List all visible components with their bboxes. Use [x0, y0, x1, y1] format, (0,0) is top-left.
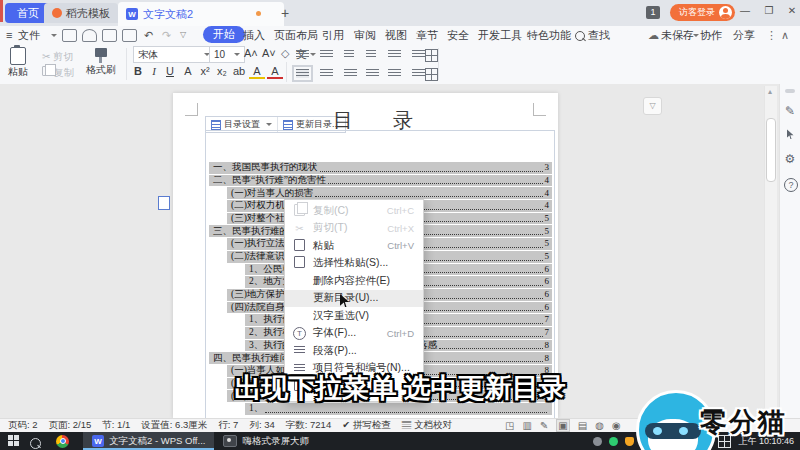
borders-icon[interactable] — [425, 49, 438, 62]
print-layout-icon[interactable]: ▣ — [556, 419, 569, 432]
menu-item-font[interactable]: T 字体(F)... Ctrl+D — [285, 325, 423, 343]
word-count[interactable]: 字数: 7214 — [286, 419, 331, 432]
tray-wechat-icon[interactable] — [609, 437, 618, 446]
menu-item-cut[interactable]: ✂ 剪切(T) Ctrl+X — [285, 220, 423, 238]
increase-indent-icon[interactable] — [366, 50, 376, 59]
search-command[interactable]: 查找 — [575, 26, 610, 44]
guest-login-button[interactable]: 访客登录 — [670, 4, 735, 21]
menu-item-update-toc[interactable]: 更新目录(U)... — [285, 290, 423, 308]
highlight-pinyin-button[interactable]: ab — [231, 65, 247, 77]
ribbon-tab-start[interactable]: 开始 — [203, 26, 245, 43]
paste-button[interactable]: 粘贴 — [8, 47, 28, 79]
ribbon-tab-dev-tools[interactable]: 开发工具 — [478, 26, 522, 44]
strikethrough-button[interactable]: A — [180, 65, 196, 77]
char-spacing-icon[interactable] — [388, 50, 401, 59]
copy-button[interactable]: 复制 — [42, 66, 74, 80]
help-icon[interactable]: ? — [784, 178, 798, 192]
share-button[interactable]: 分享 — [733, 26, 755, 44]
font-size-select[interactable]: 10 — [209, 46, 245, 63]
tray-eye-icon[interactable] — [593, 437, 602, 446]
taskbar-search-icon[interactable] — [30, 434, 44, 448]
tray-shield-icon[interactable] — [625, 437, 634, 446]
subscript-button[interactable]: x₂ — [214, 65, 230, 77]
undo-icon[interactable]: ↶ — [144, 26, 153, 44]
edit-pen-icon[interactable]: ✎ — [783, 104, 797, 118]
distribute-icon[interactable] — [388, 69, 401, 78]
ribbon-tab-page-layout[interactable]: 页面布局 — [274, 26, 318, 44]
menu-item-remove-content-control[interactable]: 删除内容控件(E) — [285, 272, 423, 290]
chrome-icon[interactable] — [56, 435, 69, 448]
save-status[interactable]: 未保存 — [661, 26, 694, 44]
tab-docer[interactable]: 稻壳模板 — [44, 3, 118, 23]
cut-button[interactable]: ✂ 剪切 — [42, 50, 73, 64]
redo-icon[interactable]: ↷ — [162, 26, 171, 44]
settings-sliders-icon[interactable]: ⚙ — [783, 152, 797, 166]
customize-quickbar-icon[interactable]: ▽ — [180, 26, 186, 44]
menu-item-paste[interactable]: 粘贴 Ctrl+V — [285, 237, 423, 255]
ribbon-tab-security[interactable]: 安全 — [447, 26, 469, 44]
maximize-button[interactable]: ❐ — [758, 0, 780, 22]
new-tab-button[interactable]: + — [276, 4, 294, 22]
menu-item-copy[interactable]: 复制(C) Ctrl+C — [285, 202, 423, 220]
ink-pen-icon[interactable]: ✎ — [540, 420, 548, 431]
close-button[interactable]: ✕ — [781, 0, 800, 22]
wifi-icon[interactable] — [684, 438, 694, 445]
line-spacing-icon[interactable] — [412, 69, 425, 78]
print-icon[interactable] — [102, 29, 117, 42]
ribbon-tab-features[interactable]: 特色功能 — [527, 26, 571, 44]
clock[interactable]: 上午 10:10:46 — [738, 435, 794, 448]
menu-item-paste-special[interactable]: 选择性粘贴(S)... — [285, 255, 423, 273]
increase-font-icon[interactable]: A˄ — [244, 47, 258, 59]
bold-button[interactable]: B — [130, 65, 146, 77]
ime-indicator[interactable]: 中 — [701, 434, 711, 448]
save-icon[interactable] — [62, 29, 77, 42]
align-left-icon[interactable] — [296, 69, 309, 78]
tray-red-icon[interactable] — [641, 437, 650, 446]
content-control-tag-icon[interactable] — [158, 196, 170, 210]
spell-check-toggle[interactable]: ✔ 拼写检查 — [342, 419, 391, 432]
shading-icon[interactable] — [425, 68, 438, 81]
tray-blue-icon[interactable] — [657, 437, 666, 446]
numbering-icon[interactable] — [320, 50, 333, 59]
align-center-icon[interactable] — [320, 69, 333, 78]
recorder-taskbar-item[interactable]: 嗨格式录屏大师 — [214, 432, 318, 450]
italic-button[interactable]: I — [146, 65, 162, 77]
tray-mic-icon[interactable] — [673, 437, 677, 446]
toc-entry[interactable]: 一、我国民事执行的现状3 — [209, 162, 552, 174]
rail-handle[interactable] — [785, 89, 795, 93]
wps-taskbar-item[interactable]: W 文字文稿2 - WPS Off... — [83, 432, 214, 450]
keyboard-icon[interactable] — [718, 435, 731, 448]
sort-icon[interactable] — [412, 50, 425, 59]
text-highlight-button[interactable]: A — [249, 65, 265, 79]
ribbon-tab-references[interactable]: 引用 — [322, 26, 344, 44]
superscript-button[interactable]: x² — [197, 65, 213, 77]
bullets-icon[interactable] — [296, 50, 309, 59]
file-menu[interactable]: 文件 — [18, 26, 40, 44]
read-mode-icon[interactable]: ▥ — [522, 420, 531, 431]
underline-button[interactable]: U — [162, 65, 178, 77]
start-button[interactable] — [8, 435, 20, 447]
doc-proof-toggle[interactable]: ▤ 文档校对 — [402, 419, 452, 432]
toc-entry[interactable]: (一)对当事人的损害4 — [227, 187, 552, 199]
menu-item-hanzi-reselect[interactable]: 汉字重选(V) — [285, 307, 423, 325]
font-color-button[interactable]: A — [267, 65, 283, 79]
collapse-ribbon-icon[interactable]: ∧ — [781, 26, 789, 44]
justify-icon[interactable] — [366, 69, 379, 78]
fullscreen-view-icon[interactable]: ◳ — [505, 420, 514, 431]
ribbon-tab-review[interactable]: 审阅 — [354, 26, 376, 44]
print-preview-icon[interactable] — [122, 29, 137, 42]
outline-view-icon[interactable]: ▤ — [578, 420, 587, 431]
font-name-select[interactable]: 宋体 — [133, 46, 215, 63]
more-menu-icon[interactable]: ⋮ — [766, 26, 777, 44]
menu-item-paragraph[interactable]: 段落(P)... — [285, 342, 423, 360]
ribbon-tab-insert[interactable]: 插入 — [243, 26, 265, 44]
decrease-font-icon[interactable]: A˅ — [262, 47, 276, 59]
align-right-icon[interactable] — [344, 69, 357, 78]
select-cursor-icon[interactable] — [783, 128, 797, 142]
web-layout-icon[interactable]: ◍ — [595, 420, 604, 431]
clear-format-icon[interactable]: ◇ — [281, 47, 289, 60]
scrollbar-thumb[interactable] — [766, 118, 776, 182]
collab-button[interactable]: 协作 — [700, 26, 722, 44]
export-icon[interactable] — [82, 29, 97, 42]
ribbon-tab-section[interactable]: 章节 — [416, 26, 438, 44]
